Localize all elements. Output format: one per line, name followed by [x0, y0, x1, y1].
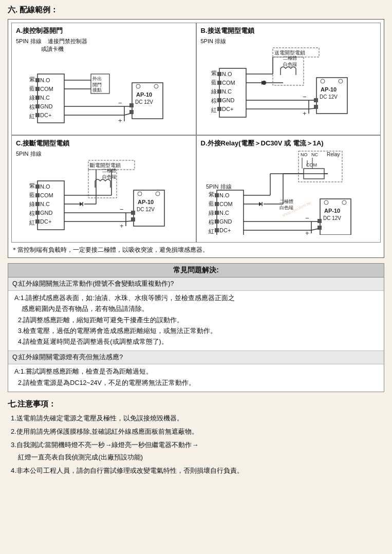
svg-rect-88 [35, 184, 40, 189]
svg-text:N.C: N.C [40, 95, 50, 101]
svg-text:棕: 棕 [29, 104, 35, 110]
svg-text:5PIN 排線: 5PIN 排線 [206, 183, 232, 190]
svg-text:−: − [118, 99, 122, 107]
svg-text:藍: 藍 [29, 192, 35, 198]
faq-section: 常見問題解決: Q:紅外線開關無法正常動作(燈號不會變動或重複動作)? A:1.… [8, 263, 384, 392]
svg-text:紅: 紅 [29, 219, 35, 226]
svg-rect-121 [131, 217, 135, 221]
svg-rect-89 [35, 193, 40, 197]
svg-text:COM: COM [40, 86, 53, 92]
svg-text:二極體: 二極體 [279, 199, 293, 204]
svg-text:N.O: N.O [40, 183, 50, 190]
svg-text:AP-10: AP-10 [324, 208, 340, 214]
svg-text:DC 12V: DC 12V [135, 99, 153, 105]
svg-rect-173 [318, 219, 322, 223]
notes-section: 七.注意事項： 1.送電前請先確定電源之電壓及極性，以免誤接燒毀機器。 2.使用… [8, 399, 384, 477]
svg-rect-90 [35, 202, 40, 206]
svg-text:COM: COM [40, 192, 53, 198]
wiring-cell-b: B.接送電開型電鎖 5PIN 排線 送電開型電鎖 紫 藍 綠 棕 紅 [196, 23, 381, 135]
note-item-2: 2.使用前請先將保護膜移除,並確認紅外線感應面板前無遮蔽物。 [11, 426, 384, 438]
svg-text:AP-10: AP-10 [321, 86, 337, 93]
svg-text:−: − [303, 93, 307, 101]
faq-a2: A:1.嘗試調整感應距離，檢查是否為距離過短。 2.請檢查電源是為DC12~24… [8, 364, 384, 392]
svg-text:紫: 紫 [29, 76, 35, 82]
svg-text:DC 12V: DC 12V [323, 215, 341, 221]
svg-text:綠: 綠 [29, 95, 35, 101]
svg-text:接點: 接點 [92, 87, 102, 93]
wiring-cell-c: C.接斷電開型電鎖 5PIN 排線 斷電開型電鎖 紫 藍 綠 棕 紅 [11, 135, 196, 243]
svg-rect-174 [318, 226, 322, 230]
svg-text:紫: 紫 [211, 70, 217, 76]
faq-a1: A:1.請擦拭感應器表面，如:油漬、水珠、水痕等髒污，並檢查感應器正面之 感應範… [8, 291, 384, 351]
cell-c-title: C.接斷電開型電鎖 [16, 139, 192, 148]
svg-line-176 [311, 229, 318, 230]
svg-line-35 [124, 114, 130, 115]
faq-a2-line2: 2.請檢查電源是為DC12~24V，不足的電壓將無法正常動作。 [14, 378, 380, 389]
faq-a1-line3: 2.請調整感應距離，縮短距離可避免干擾產生的誤動作。 [14, 315, 380, 326]
svg-text:GND: GND [40, 210, 53, 216]
svg-rect-76 [314, 98, 318, 102]
svg-text:AP-10: AP-10 [138, 199, 154, 205]
svg-text:N.O: N.O [40, 77, 50, 83]
svg-text:DC+: DC+ [40, 218, 51, 225]
svg-text:N.C: N.C [40, 201, 50, 207]
svg-text:NC: NC [311, 152, 318, 157]
svg-text:DC 12V: DC 12V [137, 207, 155, 212]
svg-rect-45 [217, 81, 221, 85]
svg-text:白色端: 白色端 [102, 174, 116, 179]
note-item-1: 1.送電前請先確定電源之電壓及極性，以免誤接燒毀機器。 [11, 412, 384, 424]
svg-rect-10 [35, 113, 40, 117]
svg-text:Relay: Relay [327, 152, 340, 157]
svg-text:棕: 棕 [211, 98, 217, 104]
cell-b-pin-label: 5PIN 排線 [201, 38, 377, 45]
svg-text:DC 12V: DC 12V [320, 94, 338, 100]
svg-line-123 [126, 221, 132, 221]
svg-text:綠: 綠 [211, 88, 217, 95]
svg-rect-44 [217, 72, 221, 76]
faq-a1-line2: 感應範圍內是否有物品，若有物品請清除。 [14, 304, 380, 315]
cell-b-diagram: 送電開型電鎖 紫 藍 綠 棕 紅 N.O COM N.C [206, 47, 370, 126]
svg-text:紫: 紫 [29, 182, 35, 189]
svg-rect-48 [217, 107, 221, 111]
cell-d-diagram: Relay NO NC COM 5PIN 排線 紫 藍 [203, 150, 373, 235]
notes-list: 1.送電前請先確定電源之電壓及極性，以免誤接燒毀機器。 2.使用前請先將保護膜移… [8, 412, 384, 477]
wiring-grid: A.接控制器開門 5PIN 排線 連接門禁控制器 或讀卡機 紫 藍 綠 棕 紅 [11, 23, 381, 243]
faq-a1-line4: 3.檢查電壓，過低的電壓將會造成感應距離縮短，或無法正常動作。 [14, 326, 380, 337]
svg-rect-145 [215, 219, 219, 224]
svg-text:−: − [305, 214, 309, 222]
svg-text:GND: GND [219, 218, 232, 225]
svg-rect-92 [35, 219, 40, 224]
svg-text:藍: 藍 [29, 85, 35, 91]
note-item-4: 4.非本公司工程人員，請勿自行嘗試修理或改變電氣特性，否則損壞自行負責。 [11, 465, 384, 477]
svg-text:白色端: 白色端 [283, 62, 297, 67]
svg-rect-7 [35, 87, 40, 91]
wiring-cell-d: D.外接Relay(電壓＞DC30V 或 電流＞1A) Relay NO NC … [196, 135, 381, 243]
faq-a2-line1: A:1.嘗試調整感應距離，檢查是否為距離過短。 [14, 366, 380, 377]
svg-text:+: + [118, 117, 122, 124]
svg-text:外出: 外出 [92, 76, 102, 81]
svg-text:N.C: N.C [219, 210, 229, 216]
svg-text:紅: 紅 [211, 107, 217, 113]
svg-text:綠: 綠 [29, 201, 35, 207]
svg-rect-46 [217, 89, 221, 94]
svg-rect-146 [215, 228, 219, 232]
cell-c-pin-label: 5PIN 排線 [16, 150, 192, 158]
svg-text:綠: 綠 [208, 210, 214, 216]
wiring-cell-a: A.接控制器開門 5PIN 排線 連接門禁控制器 或讀卡機 紫 藍 綠 棕 紅 [11, 23, 196, 135]
notes-title: 七.注意事項： [8, 399, 384, 409]
svg-rect-91 [35, 211, 40, 215]
svg-text:+: + [120, 222, 124, 230]
cell-c-diagram: 斷電開型電鎖 紫 藍 綠 棕 紅 N.O COM N.C [24, 159, 183, 239]
svg-text:棕: 棕 [209, 219, 214, 225]
svg-text:送電開型電鎖: 送電開型電鎖 [274, 50, 305, 56]
svg-text:棕: 棕 [29, 210, 35, 216]
svg-text:+: + [303, 109, 307, 117]
faq-a1-line5: 4.請檢查延遲時間是否調整過長(或調整成常態了)。 [14, 337, 380, 347]
svg-text:開門: 開門 [92, 82, 102, 87]
faq-q2: Q:紅外線開關電源燈有亮但無法感應? [8, 351, 384, 364]
svg-text:NO: NO [301, 152, 308, 157]
cell-a-title: A.接控制器開門 [16, 26, 192, 35]
svg-text:斷電開型電鎖: 斷電開型電鎖 [90, 162, 121, 168]
svg-text:DC+: DC+ [40, 112, 51, 118]
svg-rect-6 [35, 78, 40, 82]
